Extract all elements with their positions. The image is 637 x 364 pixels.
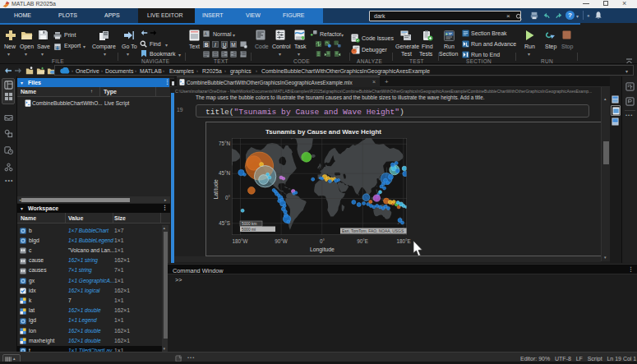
svg-text:Esri, TomTom, FAO, NOAA, USGS: Esri, TomTom, FAO, NOAA, USGS (342, 229, 404, 233)
svg-text:5000 km: 5000 km (242, 222, 256, 226)
svg-text:5000 mi: 5000 mi (242, 228, 256, 232)
